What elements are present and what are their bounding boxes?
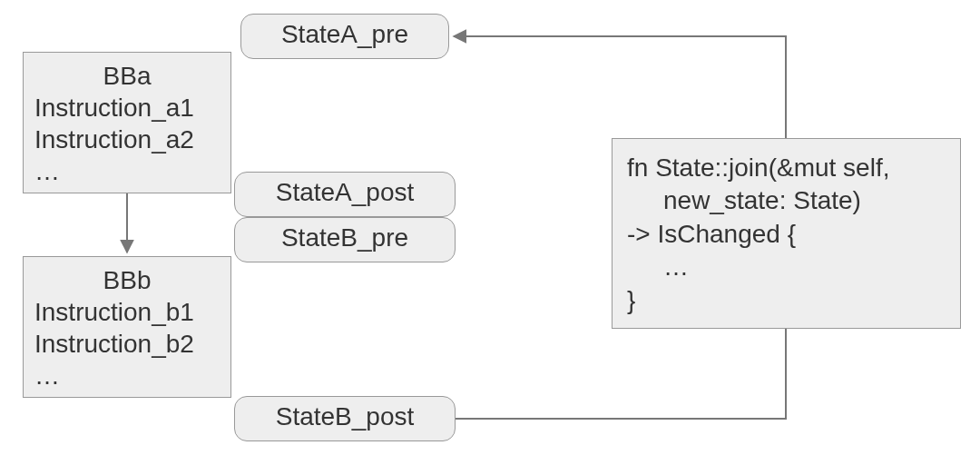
arrow-loop-top	[454, 36, 786, 138]
code-box: fn State::join(&mut self, new_state: Sta…	[612, 138, 961, 329]
block-instruction: Instruction_a1	[34, 92, 220, 124]
block-title: BBb	[34, 264, 220, 296]
block-ellipsis: …	[34, 155, 220, 187]
node-state-b-post: StateB_post	[234, 396, 456, 441]
block-ellipsis: …	[34, 360, 220, 391]
code-line: new_state: State)	[627, 184, 861, 217]
node-state-b-pre: StateB_pre	[234, 217, 456, 262]
block-bba: BBa Instruction_a1 Instruction_a2 …	[23, 52, 231, 193]
node-label: StateA_pre	[281, 20, 408, 49]
node-state-a-pre: StateA_pre	[240, 14, 449, 59]
block-instruction: Instruction_a2	[34, 124, 220, 155]
code-line: fn State::join(&mut self,	[627, 152, 946, 184]
node-label: StateB_post	[276, 402, 415, 431]
node-label: StateA_post	[276, 178, 415, 207]
diagram-canvas: StateA_pre BBa Instruction_a1 Instructio…	[0, 0, 980, 475]
node-label: StateB_pre	[281, 223, 408, 252]
arrow-loop-bottom	[456, 329, 786, 419]
code-line: …	[627, 251, 689, 283]
code-line: }	[627, 284, 946, 317]
block-title: BBa	[34, 60, 220, 92]
block-instruction: Instruction_b1	[34, 296, 220, 328]
block-bbb: BBb Instruction_b1 Instruction_b2 …	[23, 256, 231, 398]
code-line: -> IsChanged {	[627, 218, 946, 251]
node-state-a-post: StateA_post	[234, 172, 456, 217]
block-instruction: Instruction_b2	[34, 328, 220, 360]
